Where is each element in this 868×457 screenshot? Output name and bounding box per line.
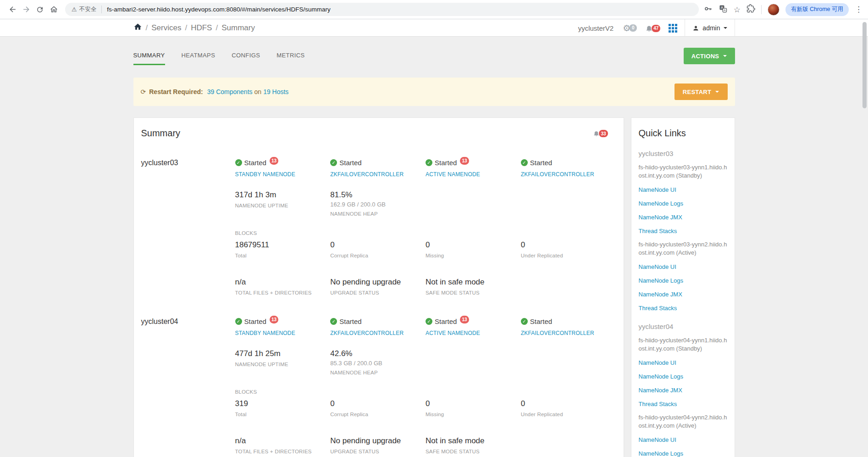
- extensions-icon[interactable]: [746, 4, 755, 15]
- component-link[interactable]: STANDBY NAMENODE: [235, 330, 325, 336]
- component-link[interactable]: ACTIVE NAMENODE: [426, 330, 515, 336]
- service-tabs-row: SUMMARY HEATMAPS CONFIGS METRICS ACTIONS: [133, 48, 735, 65]
- namenode-jmx-link[interactable]: NameNode JMX: [639, 214, 727, 221]
- component-status: Started: [339, 318, 361, 325]
- tab-configs[interactable]: CONFIGS: [232, 52, 260, 65]
- blocks-total-cell: 319 Total: [235, 399, 331, 417]
- namenode-jmx-link[interactable]: NameNode JMX: [639, 387, 727, 394]
- component-link[interactable]: ZKFAILOVERCONTROLLER: [521, 171, 611, 178]
- address-bar[interactable]: ⚠ 不安全 fs-ambari2-server.hiido.host.yydev…: [65, 3, 699, 16]
- thread-stacks-link[interactable]: Thread Stacks: [639, 305, 727, 312]
- tab-summary[interactable]: SUMMARY: [133, 52, 165, 65]
- home-icon[interactable]: [133, 22, 142, 33]
- blocks-missing-label: Missing: [426, 412, 515, 417]
- restart-required-banner: ⟳ Restart Required: 39 Components on 19 …: [133, 78, 735, 106]
- component-status: Started: [530, 318, 552, 325]
- component-link[interactable]: ZKFAILOVERCONTROLLER: [521, 330, 611, 336]
- alerts-button[interactable]: 47: [645, 24, 660, 32]
- restart-button[interactable]: RESTART: [674, 84, 728, 100]
- bookmark-star-icon[interactable]: ☆: [734, 5, 741, 14]
- namenode-jmx-link[interactable]: NameNode JMX: [639, 291, 727, 298]
- namenode-logs-link[interactable]: NameNode Logs: [639, 450, 727, 457]
- uptime-value: 477d 1h 25m: [235, 349, 325, 358]
- cluster-name-label: yyclusterV2: [578, 24, 614, 32]
- component-link[interactable]: ACTIVE NAMENODE: [426, 171, 515, 178]
- quick-links-section: yycluster03 fs-hiido-yycluster03-yynn1.h…: [639, 150, 727, 312]
- upgrade-label: UPGRADE STATUS: [330, 449, 420, 454]
- password-key-icon[interactable]: [703, 4, 713, 15]
- component-link[interactable]: ZKFAILOVERCONTROLLER: [330, 171, 420, 178]
- blocks-under-value: 0: [521, 240, 611, 250]
- breadcrumb-hdfs[interactable]: HDFS: [191, 23, 212, 33]
- thread-stacks-link[interactable]: Thread Stacks: [639, 401, 727, 407]
- reload-icon[interactable]: [33, 3, 47, 17]
- namenode-logs-link[interactable]: NameNode Logs: [639, 200, 727, 207]
- namenode-heap-cell: 42.6% 85.3 GB / 200.0 GB NAMENODE HEAP: [330, 349, 426, 375]
- blocks-under-replicated-cell: 0 Under Replicated: [521, 399, 616, 417]
- blocks-missing-value: 0: [426, 240, 515, 250]
- components-link[interactable]: 39 Components: [207, 88, 253, 95]
- namenode-logs-link[interactable]: NameNode Logs: [639, 373, 727, 380]
- chevron-down-icon: [724, 27, 727, 29]
- security-chip[interactable]: ⚠ 不安全: [72, 6, 102, 13]
- views-grid-icon[interactable]: [669, 24, 677, 33]
- warning-icon: ⚠: [72, 6, 77, 13]
- component-status-cell: ✓ Started ZKFAILOVERCONTROLLER: [521, 318, 616, 336]
- namenode-logs-link[interactable]: NameNode Logs: [639, 277, 727, 284]
- component-status: Started: [530, 159, 552, 167]
- person-icon: [692, 25, 699, 32]
- quick-links-section: yycluster04 fs-hiido-yycluster04-yynn1.h…: [639, 323, 727, 457]
- background-ops-button[interactable]: ⚙ 0: [623, 24, 637, 33]
- breadcrumb-summary[interactable]: Summary: [221, 23, 255, 33]
- summary-alerts-button[interactable]: 33: [593, 129, 616, 137]
- breadcrumb-services[interactable]: Services: [151, 23, 181, 33]
- component-alert-badge[interactable]: 13: [460, 157, 469, 165]
- safemode-status-cell: Not in safe mode SAFE MODE STATUS: [426, 436, 521, 454]
- uptime-value: 317d 1h 3m: [235, 190, 325, 200]
- component-status-cell: ✓ Started 13 ACTIVE NAMENODE: [426, 159, 521, 178]
- translate-icon[interactable]: A: [719, 4, 728, 15]
- url-text[interactable]: fs-ambari2-server.hiido.host.yydevops.co…: [102, 6, 331, 13]
- tab-metrics[interactable]: METRICS: [276, 52, 304, 65]
- hosts-link[interactable]: 19 Hosts: [263, 88, 288, 95]
- component-alert-badge[interactable]: 13: [460, 316, 469, 323]
- back-icon[interactable]: [6, 3, 19, 17]
- actions-button[interactable]: ACTIONS: [684, 48, 735, 64]
- upgrade-value: No pending upgrade: [330, 436, 420, 446]
- heap-label: NAMENODE HEAP: [330, 370, 420, 375]
- heap-percent: 81.5%: [330, 190, 420, 200]
- tab-heatmaps[interactable]: HEATMAPS: [182, 52, 216, 65]
- restart-label: RESTART: [683, 89, 712, 95]
- blocks-section-label: BLOCKS: [235, 387, 331, 396]
- namenode-ui-link[interactable]: NameNode UI: [639, 359, 727, 366]
- blocks-corrupt-label: Corrupt Replica: [330, 412, 420, 417]
- chrome-update-label: 有新版 Chrome 可用: [791, 6, 843, 13]
- component-alert-badge[interactable]: 13: [270, 157, 278, 165]
- component-alert-badge[interactable]: 13: [270, 316, 278, 323]
- component-link[interactable]: STANDBY NAMENODE: [235, 171, 325, 178]
- user-menu[interactable]: admin: [685, 19, 735, 37]
- uptime-label: NAMENODE UPTIME: [235, 203, 325, 208]
- total-files-cell: n/a TOTAL FILES + DIRECTORIES: [235, 278, 331, 295]
- status-ok-icon: ✓: [426, 159, 432, 166]
- chrome-update-chip[interactable]: 有新版 Chrome 可用: [785, 3, 849, 16]
- thread-stacks-link[interactable]: Thread Stacks: [639, 228, 727, 234]
- profile-avatar[interactable]: [768, 4, 780, 16]
- component-status-cell: ✓ Started ZKFAILOVERCONTROLLER: [330, 159, 426, 178]
- blocks-total-value: 18679511: [235, 240, 325, 250]
- safemode-value: Not in safe mode: [426, 278, 515, 287]
- scrollbar-thumb[interactable]: [862, 22, 867, 108]
- browser-toolbar: ⚠ 不安全 fs-ambari2-server.hiido.host.yydev…: [0, 0, 868, 19]
- blocks-corrupt-value: 0: [330, 399, 420, 408]
- namenode-ui-link[interactable]: NameNode UI: [639, 436, 727, 443]
- menu-dots-icon[interactable]: ⋮: [855, 6, 862, 13]
- refresh-icon: ⟳: [141, 88, 146, 95]
- forward-icon[interactable]: [19, 3, 33, 17]
- safemode-value: Not in safe mode: [426, 436, 515, 446]
- blocks-corrupt-value: 0: [330, 240, 420, 250]
- namenode-ui-link[interactable]: NameNode UI: [639, 263, 727, 270]
- component-link[interactable]: ZKFAILOVERCONTROLLER: [330, 330, 420, 336]
- namenode-ui-link[interactable]: NameNode UI: [639, 186, 727, 193]
- home-icon-chrome[interactable]: [47, 3, 61, 17]
- component-status: Started: [244, 318, 266, 325]
